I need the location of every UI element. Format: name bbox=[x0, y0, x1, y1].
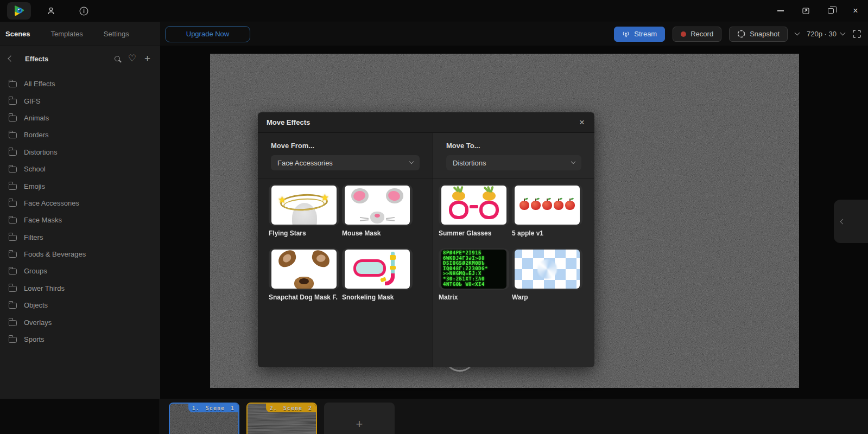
snapshot-dropdown-chevron-icon[interactable] bbox=[795, 30, 800, 36]
sidebar-item-school[interactable]: School bbox=[9, 161, 160, 177]
star-icon: ★ bbox=[278, 194, 286, 206]
window-controls: × bbox=[768, 0, 868, 22]
effect-card-5-apple-v1[interactable]: 5 apple v1 bbox=[512, 184, 582, 237]
upgrade-now-button[interactable]: Upgrade Now bbox=[165, 26, 250, 42]
move-to-effects-grid: Summer Glasses 5 apple v1 bbox=[433, 178, 594, 301]
titlebar: × bbox=[0, 0, 868, 22]
record-label: Record bbox=[690, 30, 713, 38]
scene-2-thumbnail[interactable]: 2. Scene 2 bbox=[246, 403, 317, 434]
scene-thumbnails: 1. Scene 1 2. Scene 2 + bbox=[160, 399, 868, 434]
effects-sidebar: Effects ♡ + All Effects GIFS Animals Bor… bbox=[0, 46, 160, 399]
effect-thumbnail bbox=[441, 186, 506, 225]
whisker-art bbox=[360, 216, 369, 219]
shutter-icon bbox=[737, 30, 745, 38]
panel-title: Effects bbox=[25, 55, 115, 63]
move-from-panel: Move From... Face Accessories ★ ★ Flying… bbox=[258, 133, 433, 367]
pineapple-leaf-art bbox=[459, 186, 464, 193]
sidebar-item-face-accessories[interactable]: Face Accessories bbox=[9, 195, 160, 212]
snorkel-band-art bbox=[390, 266, 396, 270]
effect-card-snorkeling-mask[interactable]: Snorkeling Mask bbox=[342, 248, 413, 301]
popout-button[interactable] bbox=[793, 0, 818, 22]
account-button[interactable] bbox=[39, 2, 64, 20]
star-icon: ★ bbox=[321, 192, 329, 203]
sidebar-item-gifs[interactable]: GIFS bbox=[9, 92, 160, 109]
folder-icon bbox=[9, 184, 17, 190]
effect-card-mouse-mask[interactable]: Mouse Mask bbox=[342, 184, 413, 237]
sidebar-item-foods-beverages[interactable]: Foods & Beverages bbox=[9, 246, 160, 263]
chevron-down-icon bbox=[409, 159, 414, 164]
sidebar-item-label: All Effects bbox=[24, 80, 55, 88]
effect-card-flying-stars[interactable]: ★ ★ Flying Stars bbox=[269, 184, 339, 237]
effect-thumbnail bbox=[345, 250, 410, 289]
sidebar-item-face-masks[interactable]: Face Masks bbox=[9, 212, 160, 228]
record-button[interactable]: Record bbox=[673, 27, 721, 42]
tab-scenes[interactable]: Scenes bbox=[5, 30, 30, 38]
add-scene-button[interactable]: + bbox=[324, 403, 395, 434]
effect-thumbnail: ★ ★ bbox=[271, 186, 337, 225]
sidebar-item-lower-thirds[interactable]: Lower Thirds bbox=[9, 280, 160, 297]
apple-art bbox=[565, 201, 575, 210]
plus-icon[interactable]: + bbox=[144, 54, 150, 63]
effect-card-matrix[interactable]: 8PØ4PE*2I91Б 6WKDJ4Г3∂I>88 D5IΘG5Ø2KMΘBЪ… bbox=[439, 248, 509, 301]
resolution-label: 720p · 30 bbox=[807, 30, 837, 38]
scene-1-thumbnail[interactable]: 1. Scene 1 bbox=[169, 403, 239, 434]
sidebar-item-label: GIFS bbox=[24, 97, 40, 105]
sidebar-item-overlays[interactable]: Overlays bbox=[9, 314, 160, 330]
snapshot-button[interactable]: Snapshot bbox=[729, 27, 788, 42]
effect-label: Flying Stars bbox=[269, 229, 338, 237]
effect-thumbnail: 8PØ4PE*2I91Б 6WKDJ4Г3∂I>88 D5IΘG5Ø2KMΘBЪ… bbox=[441, 250, 506, 289]
effects-category-list: All Effects GIFS Animals Borders Distort… bbox=[0, 71, 160, 348]
glasses-lens-art bbox=[449, 201, 468, 219]
move-to-select[interactable]: Distortions bbox=[446, 155, 581, 170]
record-dot-icon bbox=[681, 31, 686, 37]
panel-header-icons: ♡ + bbox=[115, 54, 150, 63]
snorkel-band-art bbox=[390, 255, 396, 260]
right-panel-collapse-tab[interactable] bbox=[834, 200, 868, 243]
dive-mask-art bbox=[353, 259, 386, 277]
resolution-chevron-icon bbox=[840, 30, 846, 36]
move-from-select[interactable]: Face Accessories bbox=[271, 155, 420, 170]
sidebar-item-filters[interactable]: Filters bbox=[9, 229, 160, 246]
effect-card-dog-mask[interactable]: Snapchat Dog Mask F... bbox=[269, 248, 339, 301]
manycam-logo-icon bbox=[12, 5, 26, 17]
resolution-selector[interactable]: 720p · 30 bbox=[807, 30, 845, 38]
whisker-art bbox=[386, 216, 395, 219]
sidebar-item-animals[interactable]: Animals bbox=[9, 110, 160, 126]
info-icon bbox=[79, 7, 88, 16]
tab-templates[interactable]: Templates bbox=[51, 30, 83, 38]
sidebar-item-objects[interactable]: Objects bbox=[9, 297, 160, 314]
fullscreen-button[interactable] bbox=[852, 29, 861, 39]
close-icon: × bbox=[853, 7, 858, 15]
folder-icon bbox=[9, 201, 17, 207]
effect-card-summer-glasses[interactable]: Summer Glasses bbox=[439, 184, 509, 237]
move-to-value: Distortions bbox=[453, 159, 486, 167]
effect-label: Summer Glasses bbox=[439, 229, 508, 237]
about-button[interactable] bbox=[71, 2, 96, 20]
sidebar-item-sports[interactable]: Sports bbox=[9, 331, 160, 348]
sidebar-item-groups[interactable]: Groups bbox=[9, 263, 160, 279]
sidebar-item-label: Overlays bbox=[24, 318, 52, 327]
effect-card-warp[interactable]: Warp bbox=[512, 248, 582, 301]
search-icon[interactable] bbox=[115, 56, 120, 61]
stream-label: Stream bbox=[634, 30, 657, 38]
tab-settings[interactable]: Settings bbox=[104, 30, 129, 38]
move-to-header: Move To... Distortions bbox=[433, 133, 594, 178]
pineapple-leaf-art bbox=[490, 186, 494, 193]
sidebar-item-all-effects[interactable]: All Effects bbox=[9, 75, 160, 92]
stream-button[interactable]: Stream bbox=[614, 27, 665, 42]
move-to-panel: Move To... Distortions bbox=[433, 133, 594, 367]
sidebar-item-distortions[interactable]: Distortions bbox=[9, 144, 160, 161]
app-logo-tile[interactable] bbox=[7, 2, 31, 20]
sidebar-item-borders[interactable]: Borders bbox=[9, 126, 160, 143]
sidebar-item-label: Emojis bbox=[24, 182, 45, 190]
dialog-close-button[interactable]: × bbox=[579, 118, 585, 127]
heart-icon[interactable]: ♡ bbox=[128, 54, 136, 63]
dog-ear-art bbox=[276, 250, 299, 269]
close-window-button[interactable]: × bbox=[843, 0, 868, 22]
scenes-bar: 1. Scene 1 2. Scene 2 + bbox=[0, 399, 868, 434]
restore-button[interactable] bbox=[818, 0, 843, 22]
minimize-button[interactable] bbox=[768, 0, 793, 22]
sidebar-item-emojis[interactable]: Emojis bbox=[9, 177, 160, 194]
back-chevron-icon[interactable] bbox=[8, 55, 14, 61]
folder-icon bbox=[9, 252, 17, 258]
